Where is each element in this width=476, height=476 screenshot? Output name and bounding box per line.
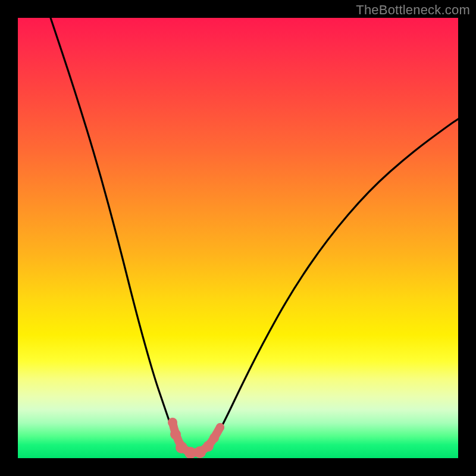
bottleneck-curve xyxy=(51,18,458,454)
plot-area xyxy=(18,18,458,458)
curve-path xyxy=(51,18,458,454)
chart-frame: TheBottleneck.com xyxy=(0,0,476,476)
watermark-text: TheBottleneck.com xyxy=(356,2,470,18)
bottleneck-curve-svg xyxy=(18,18,458,458)
